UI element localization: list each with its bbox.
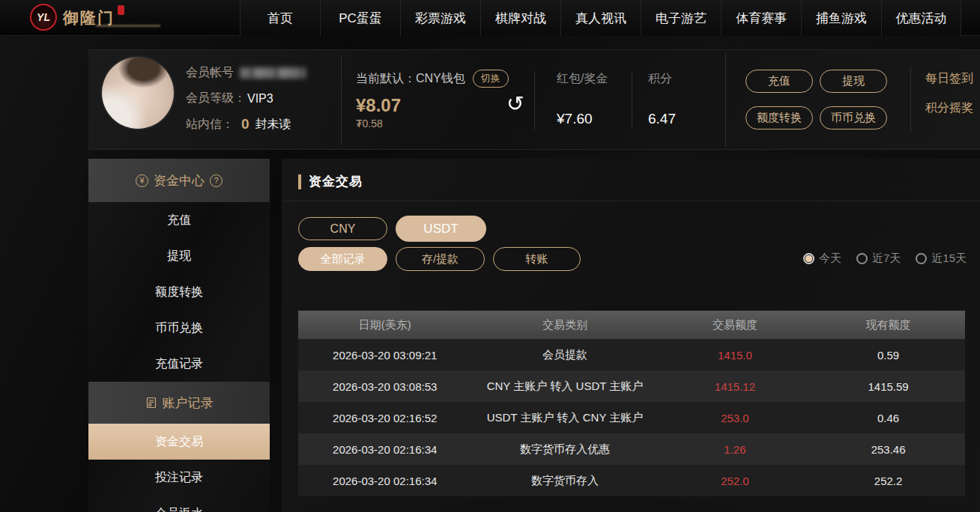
divider [725,53,726,146]
divider [341,55,342,144]
nav-item-sports[interactable]: 体育赛事 [721,0,801,36]
wallet-cny-amount: ¥8.07 [356,95,509,116]
sidebar-section-title: 账户记录 [163,394,214,412]
user-panel: 会员帐号 会员等级： VIP3 站内信： 0 封未读 当前默认：CNY钱包 切换… [88,49,980,150]
cell-balance: 252.2 [811,465,965,496]
nav-menu: 首页 PC蛋蛋 彩票游戏 棋牌对战 真人视讯 电子游艺 体育赛事 捕鱼游戏 优惠… [240,0,961,36]
sidebar-section-title: 资金中心 [154,172,205,189]
logo-tagline [96,25,160,27]
sidebar-item-coin-exchange[interactable]: 币币兑换 [88,310,270,346]
table-row: 2026-03-20 03:09:21 会员提款 1415.0 0.59 [298,339,965,371]
date-filter-group: 今天 近7天 近15天 [803,252,967,266]
date-filter-label: 近15天 [931,252,967,266]
table-row: 2026-03-20 03:08:53 CNY 主账户 转入 USDT 主账户 … [298,371,965,402]
cell-amount: 252.0 [659,465,812,496]
points-block: 积分 6.47 [648,71,676,127]
divider [910,67,911,132]
sidebar-section-funds-center: ¥ 资金中心 ? [88,159,270,202]
tab-transfer[interactable]: 转账 [493,247,581,271]
level-label: 会员等级： [186,91,246,106]
withdraw-button[interactable]: 提现 [820,70,887,93]
nav-item-slots[interactable]: 电子游艺 [641,0,721,36]
inbox-suffix: 封未读 [255,117,291,132]
tab-all-records[interactable]: 全部记录 [298,247,387,271]
sidebar-item-fund-transactions[interactable]: 资金交易 [88,424,270,460]
nav-item-pc-dandan[interactable]: PC蛋蛋 [320,0,400,36]
nav-item-fishing[interactable]: 捕鱼游戏 [801,0,881,36]
level-row: 会员等级： VIP3 [186,91,306,106]
cell-type: CNY 主账户 转入 USDT 主账户 [471,371,658,402]
col-header-date: 日期(美东) [298,311,471,339]
cell-amount: 1.26 [659,433,812,465]
tab-currency-cny[interactable]: CNY [298,217,387,240]
cell-balance: 0.46 [811,402,965,433]
date-filter-7days[interactable]: 近7天 [856,252,901,266]
nav-item-home[interactable]: 首页 [240,0,320,36]
avatar[interactable] [102,57,174,129]
date-filter-15days[interactable]: 近15天 [916,252,967,266]
nav-item-live-casino[interactable]: 真人视讯 [560,0,641,36]
cell-amount: 1415.0 [659,339,812,371]
nav-item-lottery[interactable]: 彩票游戏 [400,0,480,36]
help-icon[interactable]: ? [210,174,223,187]
daily-signin-link[interactable]: 每日签到 [925,71,973,87]
cell-date: 2026-03-20 02:16:34 [298,465,471,496]
logo-monogram-icon: YL [30,4,57,31]
cell-type: 数字货币存入 [471,465,658,496]
wallet-block: 当前默认：CNY钱包 切换 ¥8.07 ₮0.58 [356,70,509,129]
sidebar-item-bet-records[interactable]: 投注记录 [88,460,270,496]
radio-icon [916,253,927,264]
sidebar-item-quota-transfer[interactable]: 额度转换 [88,274,270,310]
cell-amount: 1415.12 [659,371,812,402]
table-body: 2026-03-20 03:09:21 会员提款 1415.0 0.59 202… [298,339,965,496]
transactions-table: 日期(美东) 交易类别 交易额度 现有额度 2026-03-20 03:09:2… [298,311,965,496]
title-accent-bar [298,174,301,189]
tab-currency-usdt[interactable]: USDT [396,216,486,242]
wallet-switch-button[interactable]: 切换 [473,70,509,88]
cell-date: 2026-03-20 03:09:21 [298,339,471,371]
wallet-default-label: 当前默认：CNY钱包 [356,71,465,87]
inbox-label: 站内信： [186,117,234,132]
refresh-icon[interactable]: ↻ [506,94,524,115]
cell-amount: 253.0 [659,402,812,433]
nav-item-board-games[interactable]: 棋牌对战 [480,0,560,36]
sidebar-item-member-rebate[interactable]: 会员返水 [88,496,270,512]
date-filter-label: 今天 [819,252,841,266]
divider [534,71,535,129]
coin-exchange-button[interactable]: 币币兑换 [820,106,887,129]
logo-seal-icon [118,5,124,15]
cell-balance: 1415.59 [811,371,965,402]
nav-item-promotions[interactable]: 优惠活动 [881,0,961,36]
bonus-block: 红包/奖金 ¥7.60 [557,71,608,127]
table-row: 2026-03-20 02:16:34 数字货币存入优惠 1.26 253.46 [298,433,965,465]
inbox-count: 0 [241,116,249,132]
user-meta: 会员帐号 会员等级： VIP3 站内信： 0 封未读 [186,65,306,132]
date-filter-label: 近7天 [872,252,901,266]
sidebar-item-deposit[interactable]: 充值 [88,202,270,238]
tab-deposit-withdraw[interactable]: 存/提款 [396,247,485,271]
table-row: 2026-03-20 02:16:52 USDT 主账户 转入 CNY 主账户 … [298,402,965,433]
date-filter-today[interactable]: 今天 [803,252,841,266]
col-header-amount: 交易额度 [659,311,812,339]
sidebar-item-withdraw[interactable]: 提现 [88,238,270,274]
sidebar-section-account-records: 账户记录 [88,382,270,424]
inbox-row[interactable]: 站内信： 0 封未读 [186,116,306,132]
deposit-button[interactable]: 充值 [745,70,813,93]
daily-links: 每日签到 积分摇奖 [925,71,973,116]
quota-transfer-button[interactable]: 额度转换 [745,106,813,129]
divider [282,201,980,201]
cell-balance: 253.46 [811,433,965,465]
points-lottery-link[interactable]: 积分摇奖 [925,100,973,116]
sidebar-item-deposit-records[interactable]: 充值记录 [88,346,270,382]
table-row: 2026-03-20 02:16:34 数字货币存入 252.0 252.2 [298,465,965,496]
wallet-usdt-amount: ₮0.58 [356,118,509,129]
cell-type: 数字货币存入优惠 [471,433,658,465]
divider [632,71,632,129]
cell-type: 会员提款 [471,339,658,371]
top-nav: YL 御隆门 首页 PC蛋蛋 彩票游戏 棋牌对战 真人视讯 电子游艺 体育赛事 … [0,0,980,36]
radio-selected-icon [803,253,814,264]
points-value: 6.47 [648,111,676,127]
cell-date: 2026-03-20 02:16:34 [298,433,471,465]
level-value: VIP3 [247,92,273,106]
ledger-icon [145,397,157,409]
